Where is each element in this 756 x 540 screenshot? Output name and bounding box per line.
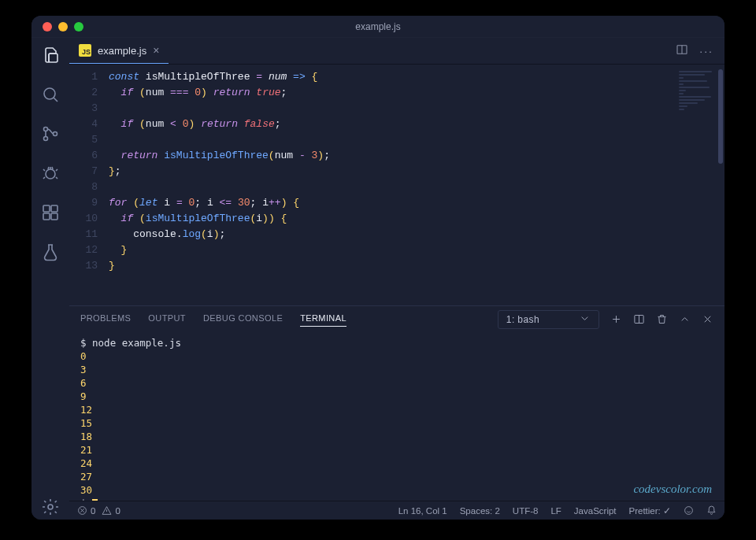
status-cursor-position[interactable]: Ln 16, Col 1 — [398, 506, 447, 516]
status-bell-icon[interactable] — [706, 505, 717, 516]
svg-point-1 — [44, 128, 48, 131]
chevron-down-icon — [579, 313, 591, 327]
editor-wrap: 12345678910111213 const isMultipleOfThre… — [69, 65, 724, 305]
explorer-icon[interactable] — [41, 46, 60, 68]
vscode-window: example.js — [32, 16, 724, 520]
status-indentation[interactable]: Spaces: 2 — [460, 506, 500, 516]
split-terminal-icon[interactable] — [633, 313, 645, 327]
svg-point-4 — [46, 169, 55, 179]
terminal-selector[interactable]: 1: bash — [498, 310, 599, 329]
terminal[interactable]: $ node example.js036912151821242730$ cod… — [69, 333, 724, 501]
bottom-panel: PROBLEMSOUTPUTDEBUG CONSOLETERMINAL 1: b… — [69, 305, 724, 501]
svg-rect-7 — [43, 213, 50, 220]
svg-rect-5 — [43, 205, 50, 212]
js-file-icon: JS — [79, 44, 91, 57]
svg-point-0 — [44, 88, 55, 99]
status-formatter[interactable]: Prettier: ✓ — [629, 505, 671, 516]
window-body: JS example.js × ··· 12345678910111213 co… — [32, 38, 724, 520]
panel-tab-debug-console[interactable]: DEBUG CONSOLE — [203, 313, 283, 326]
editor-tabbar: JS example.js × ··· — [69, 38, 724, 65]
extensions-icon[interactable] — [41, 203, 60, 225]
terminal-selector-label: 1: bash — [506, 314, 539, 325]
status-errors[interactable]: 0 — [77, 505, 95, 516]
svg-rect-6 — [51, 205, 57, 212]
terminal-cursor — [92, 499, 98, 501]
status-language[interactable]: JavaScript — [574, 506, 617, 516]
status-encoding[interactable]: UTF-8 — [513, 506, 539, 516]
maximize-panel-icon[interactable] — [679, 313, 691, 327]
window-title: example.js — [32, 21, 724, 32]
settings-gear-icon[interactable] — [41, 497, 60, 520]
code-editor[interactable]: 12345678910111213 const isMultipleOfThre… — [69, 65, 724, 305]
line-number-gutter: 12345678910111213 — [69, 69, 109, 305]
activity-bar — [32, 38, 69, 520]
panel-tab-output[interactable]: OUTPUT — [148, 313, 186, 326]
status-eol[interactable]: LF — [550, 506, 561, 516]
status-bar: 0 0 Ln 16, Col 1 Spaces: 2 UTF-8 LF Java… — [69, 501, 724, 520]
status-errors-count: 0 — [91, 506, 95, 516]
debug-icon[interactable] — [41, 164, 60, 186]
testing-icon[interactable] — [41, 242, 60, 264]
close-panel-icon[interactable] — [702, 313, 713, 327]
minimap[interactable] — [674, 69, 721, 132]
status-warnings[interactable]: 0 — [102, 505, 120, 516]
svg-point-2 — [44, 137, 48, 141]
watermark: codevscolor.com — [633, 483, 712, 496]
svg-point-13 — [685, 507, 693, 515]
editor-scrollbar[interactable] — [717, 65, 724, 305]
panel-tab-problems[interactable]: PROBLEMS — [80, 313, 131, 326]
panel-tab-terminal[interactable]: TERMINAL — [300, 313, 346, 327]
titlebar: example.js — [32, 16, 724, 38]
new-terminal-icon[interactable] — [610, 313, 622, 327]
panel-tabs: PROBLEMSOUTPUTDEBUG CONSOLETERMINAL 1: b… — [69, 306, 724, 333]
panel-actions: 1: bash — [498, 310, 713, 329]
svg-point-3 — [54, 132, 57, 136]
scrollbar-thumb[interactable] — [718, 69, 723, 164]
svg-rect-8 — [51, 213, 57, 220]
code-content[interactable]: const isMultipleOfThree = num => { if (n… — [109, 69, 724, 305]
status-feedback-icon[interactable] — [684, 505, 694, 516]
main-area: JS example.js × ··· 12345678910111213 co… — [69, 38, 724, 520]
more-actions-icon[interactable]: ··· — [699, 45, 713, 57]
close-tab-icon[interactable]: × — [153, 44, 159, 57]
status-warnings-count: 0 — [115, 506, 120, 516]
search-icon[interactable] — [41, 85, 60, 107]
tab-filename: example.js — [98, 45, 146, 57]
svg-point-9 — [48, 505, 53, 509]
source-control-icon[interactable] — [41, 124, 60, 146]
editor-actions: ··· — [676, 38, 724, 64]
kill-terminal-icon[interactable] — [656, 313, 668, 327]
split-editor-icon[interactable] — [676, 43, 688, 59]
tab-example-js[interactable]: JS example.js × — [69, 38, 169, 64]
